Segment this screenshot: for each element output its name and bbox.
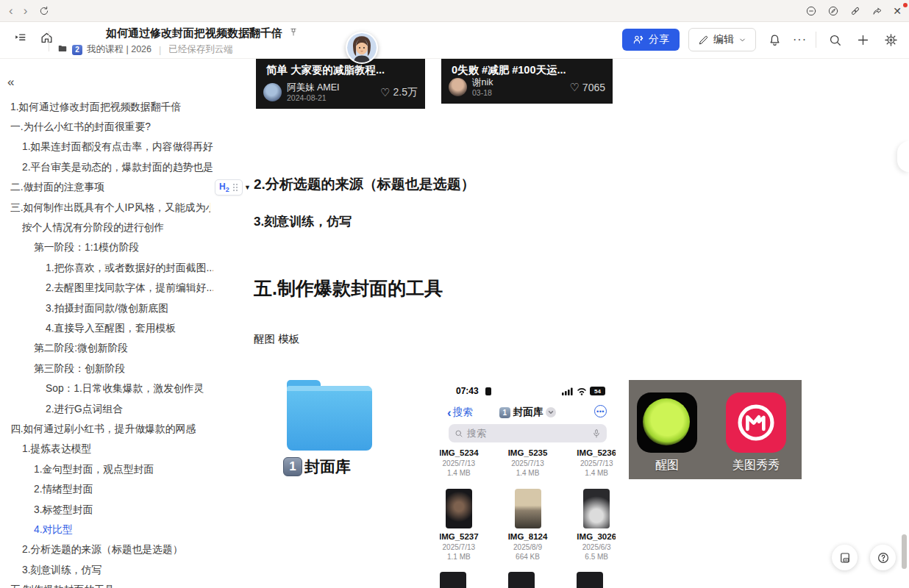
sidebar-item[interactable]: 2.平台审美是动态的，爆款封面的趋势也是... bbox=[0, 157, 213, 177]
sidebar-item[interactable]: 2.进行G点词组合 bbox=[0, 399, 213, 419]
heading-big[interactable]: 五.制作爆款封面的工具 bbox=[254, 276, 443, 301]
notification-dot bbox=[903, 3, 908, 7]
signal-icon bbox=[562, 387, 574, 395]
file-item[interactable]: IMG_5237 2025/7/13 1.1 MB bbox=[440, 489, 479, 562]
sidebar-item[interactable]: 1.金句型封面，观点型封面 bbox=[0, 459, 213, 479]
share-page-icon[interactable] bbox=[871, 5, 883, 18]
apps-image: 醒图 美图秀秀 bbox=[629, 380, 802, 479]
file-row-3-partial bbox=[440, 572, 616, 588]
sidebar-item[interactable]: 4.对比型 bbox=[0, 520, 213, 539]
app-window: ‹ › ✕ bbox=[0, 0, 909, 588]
likes-count: ♡7065 bbox=[569, 81, 605, 94]
phone-more-button[interactable]: ••• bbox=[594, 405, 607, 417]
phone-lock-icon bbox=[485, 387, 491, 395]
file-thumbnail bbox=[577, 572, 603, 588]
heading-3[interactable]: 3.刻意训练，仿写 bbox=[254, 213, 352, 230]
link-icon[interactable] bbox=[849, 5, 861, 18]
home-icon[interactable] bbox=[37, 28, 56, 47]
avatar[interactable] bbox=[346, 32, 378, 64]
file-thumbnail bbox=[508, 572, 535, 588]
sidebar-item[interactable]: 按个人情况有分阶段的进行创作 bbox=[0, 218, 213, 237]
pin-icon[interactable] bbox=[288, 27, 299, 40]
browser-topbar: ‹ › ✕ bbox=[0, 0, 909, 22]
chevron-down-icon bbox=[738, 36, 746, 44]
note-card[interactable]: 0失败 #减肥 #100天运... 谢nik 03-18 ♡7065 bbox=[441, 59, 613, 104]
app-meitu[interactable]: 美图秀秀 bbox=[725, 392, 787, 473]
sidebar-item[interactable]: 第一阶段：1:1模仿阶段 bbox=[0, 238, 213, 258]
xingtu-app-icon bbox=[637, 392, 697, 453]
phone-screenshot: 07:43 54 ‹搜索 1 封面库 ••• 搜索 bbox=[440, 380, 616, 588]
sidebar-item[interactable]: 五.制作爆款封面的工具 bbox=[0, 580, 213, 588]
doc-toolbar: 如何通过修改封面把视频数据翻千倍 2 我的课程 | 2026 | 已经保存到云端 bbox=[0, 22, 909, 59]
compass-icon[interactable] bbox=[827, 5, 839, 18]
side-panel-handle[interactable] bbox=[897, 141, 909, 172]
sidebar-item[interactable]: 3.标签型封面 bbox=[0, 500, 213, 520]
app-xingtu[interactable]: 醒图 bbox=[636, 392, 698, 473]
folder-icon bbox=[57, 43, 68, 56]
phone-time: 07:43 bbox=[456, 386, 479, 396]
wifi-icon bbox=[577, 387, 587, 395]
bell-icon[interactable] bbox=[765, 30, 784, 49]
phone-search-bar[interactable]: 搜索 bbox=[449, 424, 607, 442]
collapse-sidebar-icon[interactable]: « bbox=[7, 75, 14, 90]
file-item[interactable]: IMG_3026 2025/6/3 6.5 MB bbox=[577, 489, 616, 562]
share-button[interactable]: 分享 bbox=[622, 29, 680, 51]
sidebar-item[interactable]: 3.刻意训练，仿写 bbox=[0, 560, 213, 580]
close-icon[interactable]: ✕ bbox=[893, 5, 902, 17]
sidebar-item[interactable]: 第三阶段：创新阶段 bbox=[0, 359, 213, 379]
refresh-icon[interactable] bbox=[38, 4, 50, 17]
sidebar-item[interactable]: 1.把你喜欢，或者数据好的封面截图... bbox=[0, 258, 213, 278]
file-item[interactable]: IMG_5234 2025/7/13 1.4 MB bbox=[440, 448, 479, 478]
file-item[interactable]: IMG_5236 2025/7/13 1.4 MB bbox=[577, 448, 616, 478]
sidebar-item[interactable]: 第二阶段:微创新阶段 bbox=[0, 339, 213, 359]
sidebar-item[interactable]: 二.做封面的注意事项 bbox=[0, 178, 213, 198]
sidebar-item[interactable]: 三.如何制作出既具有个人IP风格，又能成为小... bbox=[0, 198, 213, 218]
sidebar-item[interactable]: 2.去醒图里找同款字体，提前编辑好... bbox=[0, 279, 213, 298]
document-canvas[interactable]: 简单 大家要的减脂教程... 阿美妹 AMEI 2024-08-21 ♡2.5万… bbox=[213, 59, 909, 588]
scrollbar-thumb[interactable] bbox=[902, 534, 907, 569]
feedback-button[interactable] bbox=[832, 545, 858, 570]
block-type-chip[interactable]: H2 bbox=[215, 179, 243, 196]
settings-gear-icon[interactable] bbox=[881, 30, 900, 49]
heart-icon: ♡ bbox=[380, 86, 390, 99]
author-avatar bbox=[449, 78, 467, 96]
forward-icon[interactable]: › bbox=[24, 4, 28, 17]
comment-icon[interactable] bbox=[805, 5, 817, 18]
toolbar-divider bbox=[49, 31, 49, 51]
sidebar-item[interactable]: 1.如果连封面都没有点击率，内容做得再好... bbox=[0, 137, 213, 157]
heading-2[interactable]: 2.分析选题的来源（标题也是选题） bbox=[254, 175, 475, 194]
sidebar-item[interactable]: 3.拍摄封面同款/微创新底图 bbox=[0, 298, 213, 318]
note-card[interactable]: 简单 大家要的减脂教程... 阿美妹 AMEI 2024-08-21 ♡2.5万 bbox=[256, 59, 425, 109]
outline-toggle-icon[interactable] bbox=[10, 28, 29, 47]
file-item[interactable]: IMG_8124 2025/8/9 664 KB bbox=[508, 489, 548, 562]
edit-button[interactable]: 编辑 bbox=[688, 28, 756, 51]
phone-title-chevron-icon[interactable] bbox=[546, 407, 556, 417]
folder-image[interactable]: 1 封面库 bbox=[283, 380, 382, 477]
phone-title-badge: 1 bbox=[499, 407, 510, 418]
file-item[interactable]: IMG_5235 2025/7/13 1.4 MB bbox=[508, 448, 548, 478]
sidebar-item[interactable]: 四.如何通过刷小红书，提升做爆款的网感 bbox=[0, 419, 213, 439]
sidebar-item[interactable]: 2.分析选题的来源（标题也是选题） bbox=[0, 540, 213, 560]
file-thumbnail bbox=[446, 489, 472, 528]
sidebar-item[interactable]: 一.为什么小红书的封面很重要? bbox=[0, 117, 213, 137]
more-menu-icon[interactable]: ··· bbox=[793, 33, 807, 46]
back-icon[interactable]: ‹ bbox=[9, 4, 13, 17]
sidebar-item[interactable]: 2.情绪型封面 bbox=[0, 479, 213, 499]
file-row-2: IMG_5237 2025/7/13 1.1 MB IMG_8124 2025/… bbox=[440, 489, 616, 562]
paragraph-text[interactable]: 醒图 模板 bbox=[254, 332, 299, 346]
phone-title: 封面库 bbox=[513, 406, 543, 419]
breadcrumb[interactable]: 2 我的课程 | 2026 | 已经保存到云端 bbox=[57, 43, 299, 56]
sidebar-item[interactable]: 4.直接导入至醒图，套用模板 bbox=[0, 318, 213, 338]
search-icon[interactable] bbox=[825, 30, 844, 49]
file-thumbnail bbox=[515, 489, 541, 528]
new-doc-icon[interactable] bbox=[853, 30, 872, 49]
sidebar-item[interactable]: Sop：1.日常收集爆款，激发创作灵 bbox=[0, 379, 213, 398]
battery-icon: 54 bbox=[590, 387, 605, 395]
fold-toggle-icon[interactable]: ▼ bbox=[244, 184, 251, 191]
help-button[interactable] bbox=[870, 545, 896, 570]
sidebar-item[interactable]: 1.如何通过修改封面把视频数据翻千倍 bbox=[0, 97, 213, 117]
outline-sidebar: « 1.如何通过修改封面把视频数据翻千倍一.为什么小红书的封面很重要?1.如果连… bbox=[0, 59, 213, 588]
drag-handle-icon[interactable] bbox=[232, 183, 238, 192]
sidebar-item[interactable]: 1.提炼表达模型 bbox=[0, 440, 213, 459]
author-avatar bbox=[263, 83, 282, 101]
